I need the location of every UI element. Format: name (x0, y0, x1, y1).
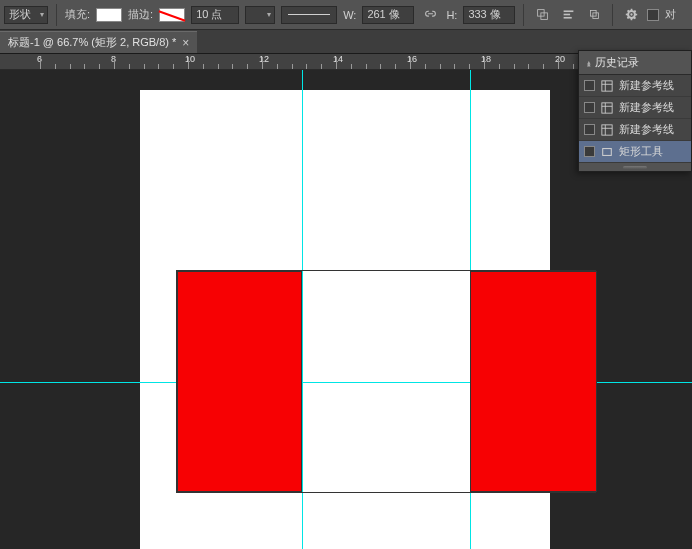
document-tab-title: 标题-1 @ 66.7% (矩形 2, RGB/8) * (8, 35, 176, 50)
close-icon[interactable]: × (182, 36, 189, 50)
history-item-checkbox[interactable] (584, 80, 595, 91)
history-item-checkbox[interactable] (584, 102, 595, 113)
svg-rect-10 (602, 102, 612, 112)
history-item-label: 新建参考线 (619, 78, 674, 93)
gear-icon[interactable] (621, 5, 641, 25)
rectangle-tool-icon (600, 145, 614, 159)
path-align-button[interactable] (558, 5, 578, 25)
document-tab[interactable]: 标题-1 @ 66.7% (矩形 2, RGB/8) * × (0, 31, 197, 53)
svg-rect-4 (564, 17, 572, 19)
width-input[interactable]: 261 像 (362, 6, 414, 24)
guide-icon (600, 79, 614, 93)
guide-icon (600, 101, 614, 115)
svg-rect-2 (564, 10, 574, 12)
svg-rect-3 (564, 14, 571, 16)
history-item-label: 新建参考线 (619, 100, 674, 115)
separator (523, 4, 524, 26)
stroke-style-dropdown[interactable] (281, 6, 337, 24)
history-item-label: 新建参考线 (619, 122, 674, 137)
history-item-checkbox[interactable] (584, 146, 595, 157)
svg-rect-16 (603, 148, 612, 155)
align-edges-checkbox[interactable] (647, 9, 659, 21)
ruler-number: 14 (333, 54, 343, 64)
history-panel[interactable]: 历史记录 新建参考线新建参考线新建参考线矩形工具 (578, 50, 692, 172)
svg-rect-7 (602, 80, 612, 90)
link-icon[interactable] (420, 5, 440, 25)
stroke-swatch[interactable] (159, 8, 185, 22)
stroke-width-input[interactable]: 10 点 (191, 6, 239, 24)
ruler-number: 20 (555, 54, 565, 64)
path-combine-button[interactable] (532, 5, 552, 25)
history-item[interactable]: 新建参考线 (579, 75, 691, 97)
height-input[interactable]: 333 像 (463, 6, 515, 24)
options-bar: 形状 填充: 描边: 10 点 W: 261 像 H: 333 像 对 (0, 0, 692, 30)
rectangle-shape-right[interactable] (470, 271, 597, 492)
history-item-label: 矩形工具 (619, 144, 663, 159)
width-label: W: (343, 9, 356, 21)
ruler-number: 16 (407, 54, 417, 64)
ruler-number: 18 (481, 54, 491, 64)
panel-resize-handle[interactable] (579, 163, 691, 171)
path-arrange-button[interactable] (584, 5, 604, 25)
align-edges-label: 对 (665, 7, 676, 22)
separator (56, 4, 57, 26)
height-label: H: (446, 9, 457, 21)
ruler-number: 10 (185, 54, 195, 64)
shape-mode-dropdown[interactable]: 形状 (4, 6, 48, 24)
history-panel-tab[interactable]: 历史记录 (579, 51, 691, 75)
svg-rect-13 (602, 124, 612, 134)
stroke-width-dropdown[interactable] (245, 6, 275, 24)
stroke-label: 描边: (128, 7, 153, 22)
history-item[interactable]: 新建参考线 (579, 97, 691, 119)
rectangle-shape-left[interactable] (177, 271, 302, 492)
fill-label: 填充: (65, 7, 90, 22)
ruler-number: 12 (259, 54, 269, 64)
history-item[interactable]: 新建参考线 (579, 119, 691, 141)
separator (612, 4, 613, 26)
guide-icon (600, 123, 614, 137)
history-item[interactable]: 矩形工具 (579, 141, 691, 163)
history-item-checkbox[interactable] (584, 124, 595, 135)
fill-swatch[interactable] (96, 8, 122, 22)
